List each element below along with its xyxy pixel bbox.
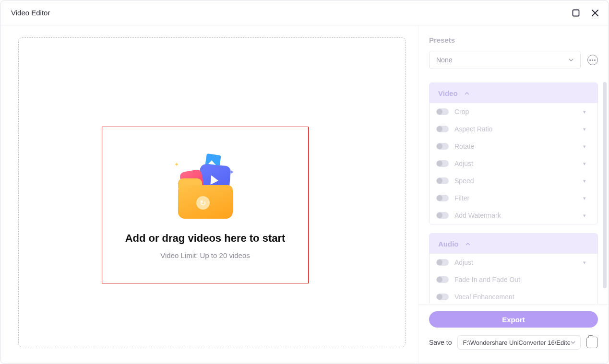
audio-option-adjust[interactable]: Adjust ▾ [430, 254, 597, 271]
save-path-dropdown[interactable]: F:\Wondershare UniConverter 16\Edite [457, 335, 581, 350]
chevron-down-icon [569, 56, 573, 64]
close-button[interactable] [585, 0, 605, 25]
presets-row: None ••• [429, 51, 598, 69]
toggle[interactable] [436, 177, 449, 184]
body: ✦ ✦ ♪ ↻ Add or drag videos here to start… [0, 25, 609, 364]
audio-section: Audio Adjust ▾ Fade In and [429, 233, 598, 304]
chevron-down-icon: ▾ [583, 126, 591, 132]
sparkle-icon: ✦ [174, 161, 179, 168]
settings-scroll[interactable]: Presets None ••• Video [418, 25, 609, 304]
section-title: Audio [438, 240, 459, 248]
settings-footer: Export Save to F:\Wondershare UniConvert… [418, 304, 609, 364]
presets-label: Presets [429, 36, 598, 44]
audio-option-fade[interactable]: Fade In and Fade Out [430, 271, 597, 288]
video-option-filter[interactable]: Filter ▾ [430, 189, 597, 207]
drop-zone-highlight: ✦ ✦ ♪ ↻ Add or drag videos here to start… [102, 127, 309, 283]
chevron-down-icon: ▾ [583, 259, 591, 266]
drop-zone-heading: Add or drag videos here to start [125, 232, 286, 245]
chevron-down-icon: ▾ [583, 143, 591, 150]
toggle[interactable] [436, 143, 449, 150]
chevron-down-icon [583, 294, 591, 300]
presets-value: None [436, 56, 452, 64]
chevron-up-icon [465, 89, 469, 97]
more-icon: ••• [589, 57, 597, 63]
open-folder-button[interactable] [586, 337, 598, 348]
video-section: Video Crop ▾ Aspect Ratio [429, 82, 598, 224]
audio-section-header[interactable]: Audio [430, 234, 597, 254]
toggle[interactable] [436, 126, 449, 132]
section-title: Video [438, 89, 458, 97]
toggle[interactable] [436, 212, 449, 219]
chevron-down-icon: ▾ [583, 109, 591, 115]
video-option-rotate[interactable]: Rotate ▾ [430, 138, 597, 155]
maximize-icon [572, 9, 580, 17]
window-title: Video Editor [11, 9, 50, 17]
chevron-down-icon [571, 339, 575, 346]
maximize-button[interactable] [566, 0, 585, 25]
svg-rect-0 [573, 10, 579, 16]
chevron-down-icon: ▾ [583, 195, 591, 201]
video-section-header[interactable]: Video [430, 83, 597, 103]
sync-icon: ↻ [196, 196, 210, 210]
drop-zone-subtext: Video Limit: Up to 20 videos [160, 251, 250, 259]
video-section-body: Crop ▾ Aspect Ratio ▾ Rotate ▾ [430, 103, 597, 224]
media-folder-illustration: ✦ ✦ ♪ ↻ [169, 151, 241, 227]
chevron-down-icon: ▾ [583, 161, 591, 167]
video-option-crop[interactable]: Crop ▾ [430, 103, 597, 120]
save-to-label: Save to [429, 339, 452, 346]
video-editor-window: Video Editor ✦ ✦ ♪ [0, 0, 609, 364]
toggle[interactable] [436, 195, 449, 201]
save-path-value: F:\Wondershare UniConverter 16\Edite [463, 339, 570, 346]
presets-more-button[interactable]: ••• [587, 55, 598, 65]
save-to-row: Save to F:\Wondershare UniConverter 16\E… [429, 335, 598, 350]
audio-option-vocal-enhancement[interactable]: Vocal Enhancement [430, 288, 597, 304]
presets-dropdown[interactable]: None [429, 51, 581, 69]
scrollbar[interactable] [603, 82, 607, 288]
toggle[interactable] [436, 259, 449, 266]
settings-pane: Presets None ••• Video [418, 25, 609, 364]
video-drop-zone[interactable]: ✦ ✦ ♪ ↻ Add or drag videos here to start… [18, 37, 406, 347]
video-option-speed[interactable]: Speed ▾ [430, 172, 597, 189]
audio-section-body: Adjust ▾ Fade In and Fade Out Vocal Enha… [430, 254, 597, 304]
chevron-down-icon: ▾ [583, 178, 591, 184]
video-option-adjust[interactable]: Adjust ▾ [430, 155, 597, 172]
export-button[interactable]: Export [429, 311, 598, 328]
title-bar: Video Editor [0, 0, 609, 25]
video-option-aspect-ratio[interactable]: Aspect Ratio ▾ [430, 120, 597, 138]
video-option-watermark[interactable]: Add Watermark ▾ [430, 207, 597, 224]
toggle[interactable] [436, 294, 449, 300]
chevron-down-icon: ▾ [583, 212, 591, 219]
preview-pane: ✦ ✦ ♪ ↻ Add or drag videos here to start… [0, 25, 418, 364]
close-icon [591, 9, 599, 17]
chevron-down-icon [583, 277, 591, 282]
toggle[interactable] [436, 276, 449, 283]
chevron-up-icon [466, 240, 470, 248]
toggle[interactable] [436, 160, 449, 167]
toggle[interactable] [436, 108, 449, 115]
